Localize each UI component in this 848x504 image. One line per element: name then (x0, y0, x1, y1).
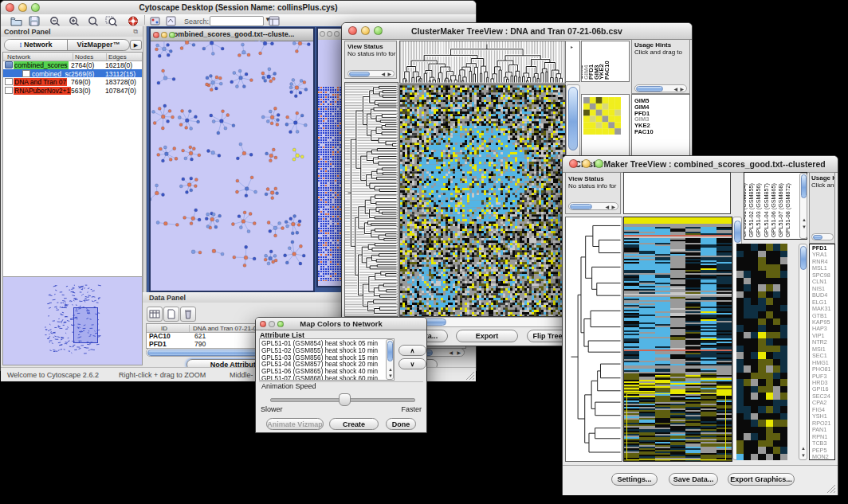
search-dropdown-icon[interactable]: ▼ (265, 16, 271, 23)
network-tree-row[interactable]: combined_scores2764(0)16218(0) (3, 61, 142, 69)
network-cluster[interactable] (157, 146, 178, 162)
float-panel-icon[interactable]: ⧉ (133, 28, 138, 36)
animate-vizmap-button[interactable]: Animate Vizmap (266, 418, 324, 430)
frame1-close-icon[interactable] (153, 32, 159, 38)
main-heatmap[interactable] (399, 84, 566, 317)
vizmap-icon[interactable] (149, 15, 162, 25)
move-down-button[interactable]: ∨ (398, 358, 426, 369)
scroll-left-icon[interactable]: ◀ (449, 350, 453, 355)
network-cluster[interactable] (179, 177, 198, 193)
network-cluster[interactable] (202, 41, 224, 55)
network-frame-2[interactable] (316, 27, 344, 287)
settings-button[interactable]: Settings... (611, 473, 658, 486)
network-frame-1[interactable]: combined_scores_good.txt--cluste... (149, 27, 315, 292)
network-cluster[interactable] (292, 148, 304, 161)
frame2-close-icon[interactable] (320, 31, 325, 37)
save-icon[interactable] (28, 15, 41, 25)
column-dendrogram[interactable] (399, 41, 566, 84)
frame2-network-view[interactable] (318, 87, 342, 281)
minimize-button[interactable] (18, 3, 27, 12)
network-cluster[interactable] (284, 240, 305, 265)
network-cluster[interactable] (207, 150, 221, 158)
network-cluster[interactable] (180, 41, 195, 49)
network-cluster[interactable] (292, 41, 310, 53)
table-header[interactable]: Edges (106, 53, 127, 61)
table-header[interactable]: Network (6, 53, 30, 61)
close-button[interactable] (6, 3, 14, 12)
treeview-combined-close[interactable] (569, 159, 578, 168)
tab-network[interactable]: ⁝ Network (5, 40, 68, 50)
network-cluster[interactable] (236, 143, 253, 160)
row-dendrogram-2[interactable] (565, 217, 622, 462)
network-cluster[interactable] (261, 107, 280, 126)
search-input[interactable] (210, 16, 264, 26)
network-tree-row[interactable]: DNA and Tran 07769(0)183728(0) (3, 77, 142, 86)
correlation-matrix[interactable] (583, 97, 621, 135)
treeview-combined-titlebar[interactable]: ClusterMaker TreeView : combined_scores_… (563, 156, 838, 173)
resize-grip-icon[interactable] (465, 371, 475, 381)
network-cluster[interactable] (236, 176, 257, 197)
zoom-fit-icon[interactable] (87, 15, 100, 25)
network-cluster[interactable] (155, 41, 173, 57)
new-doc-icon[interactable] (163, 307, 179, 322)
done-button[interactable]: Done (386, 418, 416, 430)
network-cluster[interactable] (254, 41, 273, 55)
attribute-list-item[interactable]: GPL51-06 (GSM865) heat shock 40 min (261, 368, 378, 375)
subheat-vscrollbar[interactable]: ▲▼ (799, 244, 807, 460)
annotation-icon[interactable] (165, 15, 178, 25)
network-cluster[interactable] (238, 43, 250, 57)
network-cluster[interactable] (182, 146, 201, 161)
frame2-minimize-icon[interactable] (327, 31, 332, 37)
network-cluster[interactable] (178, 109, 199, 130)
move-up-button[interactable]: ∧ (398, 345, 426, 356)
treeview-dna-zoom[interactable] (374, 26, 383, 35)
zoom-out-icon[interactable] (49, 15, 61, 25)
network-cluster[interactable] (152, 104, 175, 130)
frame2-zoom-icon[interactable] (334, 31, 340, 37)
network-cluster[interactable] (265, 148, 277, 162)
treeview-dna-close[interactable] (348, 26, 357, 35)
network-tree-row[interactable]: combined_sco2569(6)13112(15) (3, 69, 142, 78)
frame1-minimize-icon[interactable] (161, 32, 167, 38)
network-cluster[interactable] (285, 215, 301, 235)
row-dendrogram[interactable] (344, 82, 398, 317)
network-tree-row[interactable]: RNAPuberNov2+1563(0)107847(0) (3, 86, 142, 95)
dp-table-header[interactable]: ID (161, 325, 167, 332)
sub-heatmap[interactable] (736, 244, 787, 460)
tab-vizmapper[interactable]: VizMapper™ (68, 40, 129, 50)
collabels-scrollbar[interactable]: ▲▼ (799, 173, 807, 239)
attribute-list-item[interactable]: GPL51-03 (GSM856) heat shock 15 min (261, 354, 378, 361)
frame2-titlebar[interactable] (318, 29, 342, 41)
network-cluster[interactable] (261, 68, 277, 83)
network-cluster[interactable] (191, 250, 202, 254)
dialog-minimize[interactable] (269, 321, 275, 327)
speed-slider-thumb[interactable] (339, 393, 351, 406)
network-cluster[interactable] (157, 69, 175, 84)
attribute-list-item[interactable]: GPL51-02 (GSM855) heat shock 10 min (261, 347, 378, 354)
save-data-button-2[interactable]: Save Data... (669, 473, 718, 486)
attribute-list-item[interactable]: GPL51-04 (GSM857) heat shock 20 min (261, 361, 378, 368)
dialog-close[interactable] (260, 321, 266, 327)
treeview-dna-minimize[interactable] (361, 26, 370, 35)
frame1-zoom-icon[interactable] (169, 32, 175, 38)
network-cluster[interactable] (265, 187, 278, 200)
help-lifering-icon[interactable] (127, 15, 139, 25)
network-cluster[interactable] (206, 74, 223, 91)
main-heatmap-2[interactable] (623, 217, 732, 462)
network-cluster[interactable] (289, 79, 308, 98)
network-cluster[interactable] (233, 245, 256, 267)
network-cluster[interactable] (285, 111, 307, 133)
delete-icon[interactable] (180, 307, 196, 322)
network-cluster[interactable] (231, 211, 256, 233)
network-cluster[interactable] (212, 249, 224, 256)
network-cluster[interactable] (183, 209, 201, 225)
treeview-combined-minimize[interactable] (582, 159, 591, 168)
zoom-selected-icon[interactable] (105, 15, 118, 25)
dialog-zoom[interactable] (277, 321, 284, 327)
network-cluster[interactable] (264, 250, 277, 265)
table-header[interactable]: Nodes (73, 53, 93, 61)
scroll-right-icon[interactable]: ▶ (457, 350, 461, 355)
treeview-combined-zoom[interactable] (595, 159, 603, 168)
attribute-list[interactable]: GPL51-01 (GSM854) heat shock 05 minGPL51… (259, 338, 395, 381)
resize-grip-icon-2[interactable] (826, 484, 836, 494)
